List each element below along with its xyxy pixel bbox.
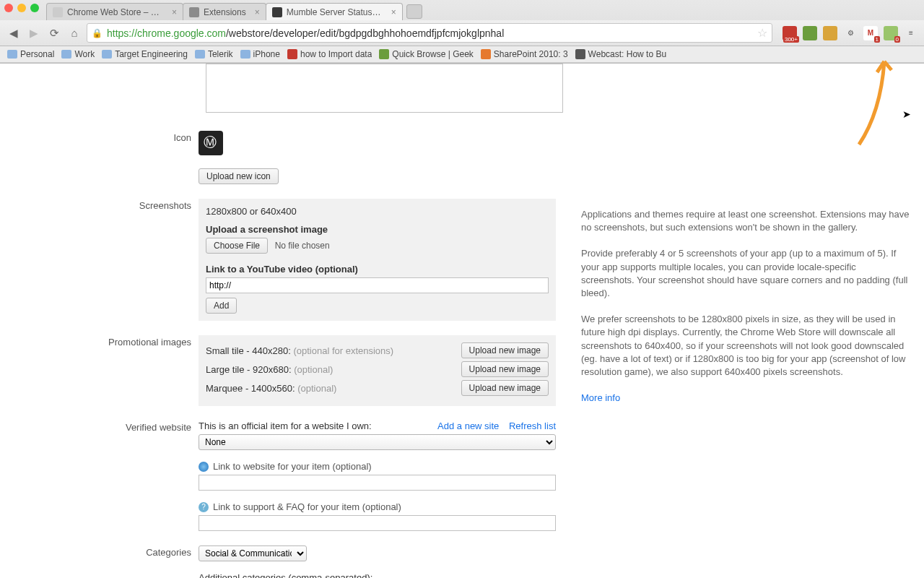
screenshots-label: Screenshots: [0, 199, 199, 321]
upload-icon-button[interactable]: Upload new icon: [199, 168, 279, 184]
bookmark-telerik[interactable]: Telerik: [195, 49, 233, 59]
bookmarks-bar: Personal Work Target Engineering Telerik…: [0, 46, 924, 63]
verified-select[interactable]: None: [199, 434, 556, 450]
extension-green-icon[interactable]: [803, 26, 817, 40]
favicon-icon: [379, 49, 389, 59]
lock-icon: 🔒: [92, 28, 103, 38]
tab-label: Chrome Web Store – mumbl: [67, 7, 163, 17]
favicon-icon: [287, 49, 297, 59]
upload-screenshot-title: Upload a screenshot image: [206, 224, 549, 235]
youtube-input[interactable]: [206, 277, 549, 293]
youtube-title: Link to a YouTube video (optional): [206, 264, 549, 275]
icon-label: Icon: [0, 131, 199, 184]
bookmark-sharepoint[interactable]: SharePoint 2010: 3: [481, 49, 568, 59]
help-p1: Applications and themes require at least…: [581, 208, 910, 234]
choose-file-button[interactable]: Choose File: [206, 238, 268, 254]
close-tab-icon[interactable]: ×: [391, 7, 396, 17]
globe-icon: [199, 462, 209, 472]
verified-intro: This is an official item for a website I…: [199, 420, 372, 431]
folder-icon: [195, 50, 205, 59]
forward-button[interactable]: ▶: [26, 25, 42, 41]
bookmark-import[interactable]: how to Import data: [287, 49, 372, 59]
upload-marquee-button[interactable]: Upload new image: [461, 380, 549, 396]
badge: 0: [894, 36, 900, 43]
maximize-window-button[interactable]: [30, 4, 39, 12]
bookmark-iphone[interactable]: iPhone: [240, 49, 280, 59]
promo-large-text: Large tile - 920x680: (optional): [206, 364, 333, 375]
website-link-label: Link to website for your item (optional): [213, 461, 372, 472]
tab-label: Extensions: [204, 7, 246, 17]
store-favicon-icon: [53, 7, 63, 17]
url-path: /webstore/developer/edit/bgdpgdbghhohoem…: [226, 27, 504, 39]
upload-small-tile-button[interactable]: Upload new image: [461, 342, 549, 358]
question-icon: ?: [199, 502, 209, 512]
bookmark-work[interactable]: Work: [61, 49, 95, 59]
badge: 300+: [783, 36, 799, 43]
new-tab-button[interactable]: [406, 4, 422, 19]
categories-label: Categories: [0, 545, 199, 578]
no-file-text: No file chosen: [275, 241, 330, 251]
url-host: https://chrome.google.com: [107, 27, 226, 39]
settings-gear-icon[interactable]: ⚙: [843, 26, 858, 40]
puzzle-favicon-icon: [189, 7, 199, 17]
help-p3: We prefer screenshots to be 924x578 pix…: [581, 313, 910, 379]
tab-chrome-web-store[interactable]: Chrome Web Store – mumbl ×: [46, 3, 183, 20]
close-window-button[interactable]: [4, 4, 13, 12]
category-select[interactable]: Social & Communication: [199, 545, 307, 561]
tab-label: Mumble Server Status – Edit: [287, 7, 383, 17]
close-tab-icon[interactable]: ×: [172, 7, 177, 17]
close-tab-icon[interactable]: ×: [255, 7, 260, 17]
screenshot-size-text: 924x578 or 640x400: [206, 206, 549, 217]
add-button[interactable]: Add: [206, 298, 237, 314]
description-textarea[interactable]: [206, 64, 563, 113]
support-link-label: Link to support & FAQ for your item (opt…: [213, 501, 401, 512]
minimize-window-button[interactable]: [17, 4, 26, 12]
menu-icon[interactable]: ≡: [904, 26, 918, 40]
address-bar[interactable]: 🔒 https://chrome.google.com/webstore/dev…: [87, 23, 772, 43]
mumble-favicon-icon: [272, 7, 282, 17]
folder-icon: [240, 50, 250, 59]
bookmark-target[interactable]: Target Engineering: [102, 49, 188, 59]
upload-large-tile-button[interactable]: Upload new image: [461, 361, 549, 377]
gmail-icon[interactable]: M1: [863, 26, 878, 40]
bookmark-quick[interactable]: Quick Browse | Geek: [379, 49, 474, 59]
help-p2: Provide preferably 4 or 5 screenshots of…: [581, 247, 910, 300]
promo-marquee-text: Marquee - 1400x560: (optional): [206, 383, 336, 394]
refresh-list-link[interactable]: Refresh list: [509, 420, 556, 431]
favicon-icon: [575, 49, 585, 59]
bookmark-personal[interactable]: Personal: [7, 49, 54, 59]
promo-small-text: Small tile - 440x280: (optional for exte…: [206, 345, 393, 356]
verified-label: Verified website: [0, 420, 199, 531]
website-link-input[interactable]: [199, 475, 556, 491]
bookmark-star-icon[interactable]: ☆: [757, 26, 767, 40]
folder-icon: [61, 50, 71, 59]
add-new-site-link[interactable]: Add a new site: [437, 420, 499, 431]
home-button[interactable]: ⌂: [66, 25, 82, 41]
tab-mumble-edit[interactable]: Mumble Server Status – Edit ×: [266, 3, 403, 20]
extension-last-icon[interactable]: 0: [884, 26, 898, 40]
bookmark-webcast[interactable]: Webcast: How to Bu: [575, 49, 667, 59]
favicon-icon: [481, 49, 491, 59]
reload-button[interactable]: ⟳: [46, 25, 62, 41]
icon-preview: [199, 131, 223, 155]
promo-label: Promotional images: [0, 335, 199, 406]
additional-categories-label: Additional categories (comma-separated):: [199, 572, 567, 578]
folder-icon: [102, 50, 112, 59]
tab-extensions[interactable]: Extensions ×: [183, 3, 266, 20]
badge: 1: [874, 36, 880, 43]
extension-orange-icon[interactable]: [823, 26, 837, 40]
folder-icon: [7, 50, 17, 59]
back-button[interactable]: ◀: [6, 25, 22, 41]
window-controls: [4, 0, 39, 20]
extension-red-icon[interactable]: 300+: [783, 26, 797, 40]
support-link-input[interactable]: [199, 515, 556, 531]
more-info-link[interactable]: More info: [581, 392, 620, 403]
